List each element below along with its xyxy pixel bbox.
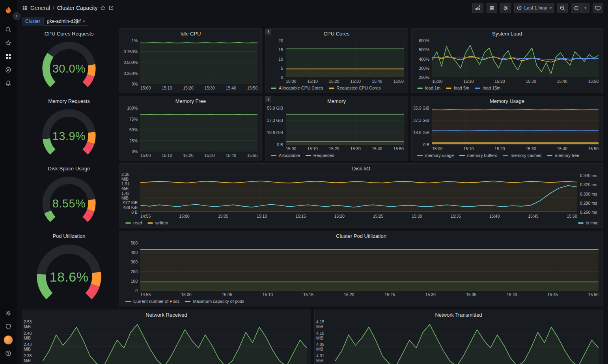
refresh-button-group: ▾ [571,3,589,13]
zoom-out-button[interactable] [557,3,568,13]
legend-item[interactable]: memory free [547,153,579,158]
chart-canvas [140,108,257,151]
help-icon [5,350,11,357]
sidebar-item-profile[interactable] [2,333,15,347]
panel-memory-usage: Memory Usage 0 B18.6 GiB37.3 GiB55.9 GiB… [411,96,603,161]
sidebar-item-server-admin[interactable] [2,320,15,333]
cpu-cores-chart: 0510152015:0015:1015:2015:3015:4015:50Al… [265,39,408,93]
legend-item[interactable]: load 5m [446,86,469,90]
plot-row: 0%25%50%75%100% [121,108,257,151]
panel-title[interactable]: Disk I/O [120,164,602,174]
legend-item[interactable]: memory buffers [459,153,497,158]
y-tick-label: 0.750% [123,49,138,54]
refresh-interval-dropdown[interactable]: ▾ [582,3,589,13]
legend-item[interactable]: memory cached [503,153,541,158]
y-tick-label: 100% [127,106,138,110]
y-tick-label: 2.38 MiB [121,172,138,181]
x-tick-label: 15:30 [425,292,436,297]
panel-memory: i Memory 0 B18.6 GiB37.3 GiB55.9 GiB15:0… [265,96,408,161]
panel-title[interactable]: Pod Utilization [22,231,116,241]
panel-title[interactable]: Network Transmitted [315,310,602,320]
x-tick-label: 15:00 [179,214,189,218]
zoom-out-icon [560,5,565,11]
panel-title[interactable]: Memory Requests [22,96,116,106]
panel-disk-io: Disk I/O 0 B488 KiB977 KiB1.43 MiB1.91 M… [119,163,603,228]
legend-item[interactable]: Current number of Pods [125,299,179,304]
y-tick-label: 488 KiB [123,205,138,210]
time-range-label: Last 1 hour [524,5,548,11]
legend-item[interactable]: Requested [306,153,334,158]
search-icon [5,26,11,33]
y-tick-label: 400% [419,57,429,62]
plot-row: 3.96 MiB4.01 MiB4.05 MiB4.10 MiB4.15 MiB [316,322,599,364]
memory-usage-chart: 0 B18.6 GiB37.3 GiB55.9 GiB15:0015:1015:… [412,106,602,160]
legend-item[interactable]: Allocatable [271,153,300,158]
y-tick-label: 0% [132,149,138,154]
sidebar-item-starred[interactable] [2,36,15,50]
panel-title[interactable]: CPU Cores Requests [22,29,116,39]
legend-label: Requested [313,153,334,158]
legend-item[interactable]: io time [578,220,599,225]
share-dashboard-button[interactable] [108,5,114,11]
legend-item[interactable]: Requested CPU Cores [329,86,381,90]
x-tick-label: 15:50 [588,146,599,151]
legend-item[interactable]: written [147,220,168,225]
legend-item[interactable]: load 1m [417,86,440,90]
legend-label: memory buffers [467,153,497,158]
sidebar-item-search[interactable] [2,23,15,36]
legend-series-color [417,155,423,156]
star-dashboard-button[interactable] [100,5,106,11]
x-tick-label: 15:05 [218,214,228,218]
legend-item[interactable]: read [125,220,142,225]
panel-title[interactable]: Memory Free [120,96,261,106]
plot-area [140,243,599,291]
panel-title[interactable]: Disk Space Usage [22,164,116,174]
dashboard-settings-button[interactable] [500,3,511,13]
gauge-value: 8.55% [22,197,116,210]
legend-item[interactable]: load 15m [475,86,500,90]
sidebar-item-help[interactable] [2,347,15,360]
cycle-view-mode-button[interactable] [593,3,603,13]
legend-label: memory cached [511,153,541,158]
breadcrumb-section[interactable]: General [30,5,50,11]
panel-info-icon[interactable]: i [265,29,271,35]
panel-title[interactable]: Cluster Pod Utilization [120,231,602,241]
panel-title[interactable]: Memory Usage [412,96,602,106]
y-axis-labels: 200%300%400%500%600% [413,38,432,80]
y-tick-label: 500% [419,47,429,52]
sidebar-item-dashboards[interactable] [2,50,15,63]
x-tick-label: 15:40 [226,153,236,158]
legend-item[interactable]: memory usage [417,153,454,158]
panel-title[interactable]: System Load [412,29,602,39]
sidebar-item-alerting[interactable] [2,77,15,90]
y-tick-label: 10 [278,57,283,62]
idle-cpu-chart: 0%0.250%0.500%0.750%1%15:0015:1015:2015:… [120,39,261,93]
plot-row: 05101520 [267,41,404,77]
sidebar-expand-button[interactable]: › [13,12,21,20]
legend-item[interactable]: Maximum capacity of pods [185,299,244,304]
sidebar-item-configuration[interactable] [2,306,15,320]
legend-label: Requested CPU Cores [337,86,381,90]
panel-title[interactable]: Idle CPU [120,29,261,39]
time-range-picker[interactable]: Last 1 hour ▾ [514,3,554,13]
x-tick-label: 15:00 [286,146,296,151]
save-dashboard-button[interactable] [487,3,497,13]
header-actions: Last 1 hour ▾ ▾ [472,3,603,13]
variable-value-dropdown[interactable]: gke-admin-d2jkf ▾ [43,17,88,26]
panel-title[interactable]: CPU Cores [265,29,408,39]
plot-area [286,108,404,145]
panel-info-icon[interactable]: i [265,96,271,102]
plot-area [432,108,599,145]
refresh-button[interactable] [571,3,582,13]
breadcrumb-page-title[interactable]: Cluster Capacity [57,5,98,11]
y-tick-label: 5 [281,66,283,71]
legend-series-color [417,88,423,89]
legend-item[interactable]: Allocatable CPU Cores [271,86,323,90]
panel-title[interactable]: Memory [265,96,408,106]
sidebar-item-explore[interactable] [2,63,15,77]
plot-area [140,108,257,151]
add-panel-button[interactable] [472,3,483,13]
y-tick-label: 4.05 MiB [316,342,332,351]
panel-title[interactable]: Network Received [22,310,311,320]
expand-glyph: › [16,13,17,19]
